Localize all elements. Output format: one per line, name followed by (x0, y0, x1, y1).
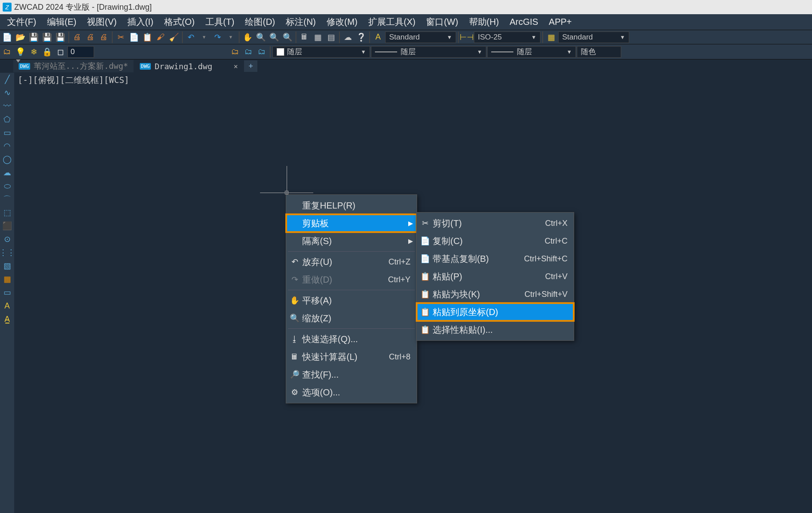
undo-drop-icon[interactable]: ▼ (198, 32, 210, 43)
menu-item[interactable]: 🖩快速计算器(L)Ctrl+8 (286, 348, 417, 366)
print-preview-icon[interactable]: 🖨 (84, 32, 97, 43)
menu-v[interactable]: 视图(V) (82, 13, 122, 31)
new-icon[interactable]: 📄 (1, 32, 13, 43)
revcloud-tool-icon[interactable]: ☁ (1, 167, 13, 178)
menu-item[interactable]: ⭳快速选择(Q)... (286, 330, 417, 348)
cloud-icon[interactable]: ☁ (342, 32, 354, 43)
zoom-prev-icon[interactable]: 🔍 (281, 32, 294, 43)
menu-o[interactable]: 格式(O) (159, 13, 200, 31)
pan-icon[interactable]: ✋ (241, 32, 254, 43)
menu-item[interactable]: 📋粘贴(P)Ctrl+V (417, 268, 574, 285)
menu-item[interactable]: 📄复制(C)Ctrl+C (417, 232, 574, 250)
menu-n[interactable]: 标注(N) (280, 13, 321, 31)
zoom-realtime-icon[interactable]: 🔍 (255, 32, 267, 43)
text-tool-icon[interactable]: A (1, 300, 13, 312)
plotstyle-combo[interactable]: 随色 (577, 46, 621, 58)
saveall-icon[interactable]: 💾 (41, 32, 53, 43)
close-icon[interactable]: × (234, 62, 238, 71)
menu-arcgis[interactable]: ArcGIS (504, 14, 543, 30)
calc-icon[interactable]: 🖩 (298, 32, 311, 43)
layer-manager-icon[interactable]: 🗂 (1, 46, 13, 58)
menu-item[interactable]: 📋选择性粘贴(I)... (417, 321, 574, 339)
block-tool-icon[interactable]: ⬛ (1, 220, 13, 232)
gradient-tool-icon[interactable]: ▦ (1, 273, 13, 285)
circle-tool-icon[interactable]: ◯ (1, 154, 13, 165)
menu-d[interactable]: 绘图(D) (240, 13, 280, 31)
layer-freeze-icon[interactable]: ❄ (28, 46, 40, 58)
menu-i[interactable]: 插入(I) (122, 13, 159, 31)
menu-w[interactable]: 窗口(W) (421, 13, 463, 31)
paste-icon[interactable]: 📋 (141, 32, 154, 43)
print-icon[interactable]: 🖨 (71, 32, 83, 43)
add-tab-button[interactable]: + (244, 60, 257, 72)
textstyle-icon[interactable]: A (372, 32, 384, 43)
layer-combo[interactable]: 0 (67, 46, 94, 58)
linetype-combo[interactable]: 随层 ▼ (371, 46, 486, 58)
point-tool-icon[interactable]: ⊙ (1, 233, 13, 245)
spline-tool-icon[interactable]: 〰 (1, 100, 13, 112)
erase-icon[interactable]: 🧹 (168, 32, 180, 43)
line-tool-icon[interactable]: ╱ (1, 74, 13, 85)
mtext-tool-icon[interactable]: A̲ (1, 313, 13, 325)
help-icon[interactable]: ❔ (355, 32, 367, 43)
table-icon[interactable]: ▦ (311, 32, 324, 43)
menu-item[interactable]: 🔎查找(F)... (286, 366, 417, 383)
menu-app[interactable]: APP+ (544, 14, 577, 30)
menu-f[interactable]: 文件(F) (2, 13, 42, 31)
menu-h[interactable]: 帮助(H) (464, 13, 505, 31)
menu-item[interactable]: 📄带基点复制(B)Ctrl+Shift+C (417, 250, 574, 268)
menu-x[interactable]: 扩展工具(X) (363, 13, 421, 31)
zoom-window-icon[interactable]: 🔍 (268, 32, 280, 43)
tablestyle-icon[interactable]: ▦ (545, 32, 557, 43)
insert-block-tool-icon[interactable]: ⬚ (1, 207, 13, 218)
dimstyle-icon[interactable]: ⊢⊣ (461, 32, 473, 43)
tablestyle-combo[interactable]: Standard ▼ (558, 32, 629, 43)
menu-t[interactable]: 工具(T) (200, 13, 240, 31)
layer-color-icon[interactable]: ◻ (54, 46, 67, 58)
menu-item[interactable]: 隔离(S)▶ (286, 232, 417, 250)
ellipse-tool-icon[interactable]: ⬭ (1, 180, 13, 192)
redo-icon[interactable]: ↷ (211, 32, 224, 43)
menu-item[interactable]: ⚙选项(O)... (286, 383, 417, 401)
cut-icon[interactable]: ✂ (114, 32, 127, 43)
save-icon[interactable]: 💾 (28, 32, 40, 43)
menu-item[interactable]: 剪贴板▶ (286, 214, 417, 232)
menu-item[interactable]: ✋平移(A) (286, 292, 417, 309)
layer-on-icon[interactable]: 💡 (14, 46, 27, 58)
dimstyle-combo[interactable]: ISO-25 ▼ (474, 32, 540, 43)
publish-icon[interactable]: 🖨 (98, 32, 110, 43)
layer-lock-icon[interactable]: 🔒 (41, 46, 53, 58)
viewport-labels[interactable]: [-][俯视][二维线框][WCS] (18, 75, 129, 86)
copy-icon[interactable]: 📄 (128, 32, 140, 43)
region-tool-icon[interactable]: ▭ (1, 287, 13, 298)
layerstate-icon-1[interactable]: 🗂 (229, 46, 241, 58)
polygon-tool-icon[interactable]: ⬠ (1, 114, 13, 125)
menu-item[interactable]: ↶放弃(U)Ctrl+Z (286, 253, 417, 271)
layerstate-icon-2[interactable]: 🗂 (242, 46, 255, 58)
menu-e[interactable]: 编辑(E) (42, 13, 82, 31)
menu-item[interactable]: 重复HELP(R) (286, 197, 417, 214)
document-tab-inactive[interactable]: DWG 苇河站至...方案新.dwg* (13, 60, 134, 72)
undo-icon[interactable]: ↶ (185, 32, 197, 43)
tabs-dropdown-icon[interactable] (16, 59, 20, 63)
layerstate-icon-3[interactable]: 🗂 (256, 46, 268, 58)
open-icon[interactable]: 📂 (14, 32, 27, 43)
menu-item[interactable]: ✂剪切(T)Ctrl+X (417, 214, 574, 232)
menu-m[interactable]: 修改(M) (321, 13, 363, 31)
hatch-tool-icon[interactable]: ▧ (1, 260, 13, 272)
redo-drop-icon[interactable]: ▼ (225, 32, 237, 43)
saveas-icon[interactable]: 💾 (54, 32, 67, 43)
properties-icon[interactable]: ▤ (325, 32, 337, 43)
drawing-canvas[interactable]: [-][俯视][二维线框][WCS] 重复HELP(R)剪贴板▶隔离(S)▶↶放… (14, 73, 812, 513)
menu-item[interactable]: 📋粘贴到原坐标(D) (417, 303, 574, 321)
menu-item[interactable]: 📋粘贴为块(K)Ctrl+Shift+V (417, 285, 574, 303)
ellipsearc-tool-icon[interactable]: ⌒ (1, 193, 13, 205)
textstyle-combo[interactable]: Standard ▼ (385, 32, 456, 43)
document-tab-active[interactable]: DWG Drawing1.dwg × (134, 60, 244, 72)
match-icon[interactable]: 🖌 (154, 32, 167, 43)
color-combo[interactable]: 随层 ▼ (272, 46, 370, 58)
rectangle-tool-icon[interactable]: ▭ (1, 127, 13, 138)
hatch-pts-tool-icon[interactable]: ⋮⋮ (1, 247, 13, 258)
menu-item[interactable]: 🔍缩放(Z) (286, 309, 417, 327)
lineweight-combo[interactable]: 随层 ▼ (487, 46, 576, 58)
